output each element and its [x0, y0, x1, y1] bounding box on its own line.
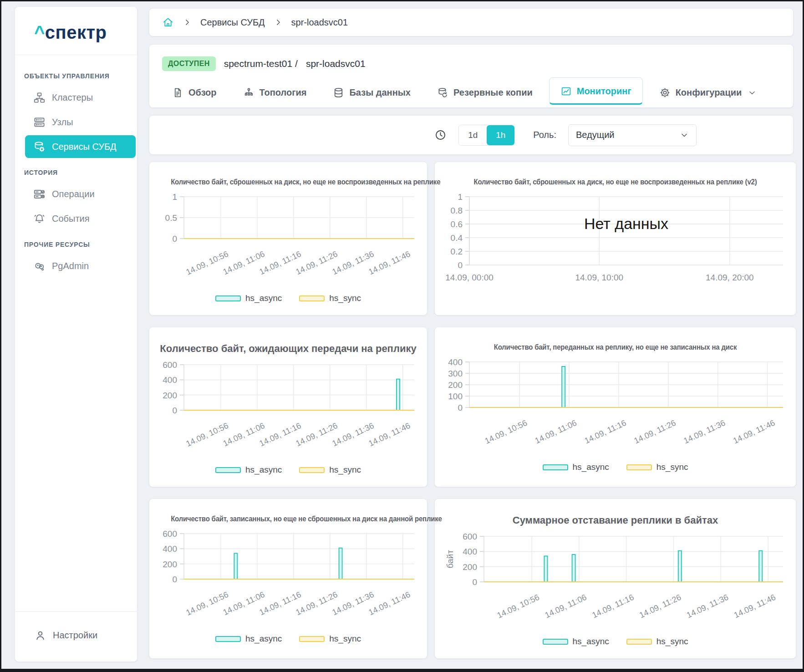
breadcrumb: Сервисы СУБД spr-loadsvc01: [149, 9, 793, 36]
sidebar-item-label: Узлы: [52, 117, 73, 127]
svg-text:0: 0: [458, 403, 463, 412]
svg-text:14.09, 11:26: 14.09, 11:26: [638, 592, 682, 620]
tab-overview[interactable]: Обзор: [162, 81, 227, 105]
legend-label: hs_async: [245, 465, 282, 475]
charts-grid: Количество байт, сброшенных на диск, но …: [149, 162, 793, 658]
svg-text:600: 600: [463, 532, 477, 541]
legend-item-hs_async[interactable]: hs_async: [543, 636, 609, 647]
chart-plot: 00.20.40.60.8114.09, 00:0014.09, 10:0014…: [440, 192, 790, 290]
svg-text:14.09, 00:00: 14.09, 00:00: [445, 273, 494, 282]
chart-title: Количество байт, сброшенных на диск, но …: [171, 178, 406, 187]
legend-item-hs_sync[interactable]: hs_sync: [299, 634, 361, 644]
sidebar-item-label: События: [52, 214, 90, 224]
legend-item-hs_sync[interactable]: hs_sync: [626, 462, 688, 472]
legend-swatch: [626, 464, 652, 470]
chevron-down-icon: [748, 88, 757, 97]
sidebar-item-clusters[interactable]: Кластеры: [15, 86, 135, 109]
sidebar-item-settings[interactable]: Настройки: [34, 629, 135, 641]
chart-legend: hs_asynchs_sync: [155, 465, 422, 475]
svg-text:0.2: 0.2: [451, 247, 463, 256]
chevron-right-icon: [183, 18, 191, 26]
nodes-icon: [33, 116, 46, 128]
chevron-right-icon: [274, 18, 282, 26]
legend-label: hs_sync: [656, 462, 688, 472]
legend-item-hs_sync[interactable]: hs_sync: [626, 636, 688, 647]
chart-card: Количество байт, ожидающих передачи на р…: [149, 327, 427, 487]
tab-databases[interactable]: Базы данных: [323, 81, 421, 105]
svg-text:14.09, 11:46: 14.09, 11:46: [732, 418, 776, 445]
service-header: ДОСТУПЕН spectrum-test01 / spr-loadsvc01…: [149, 45, 793, 107]
range-1h-button[interactable]: 1h: [487, 125, 514, 145]
legend-label: hs_async: [245, 293, 282, 303]
svg-text:400: 400: [448, 357, 463, 367]
chart-legend: hs_asynchs_sync: [155, 634, 422, 644]
svg-text:400: 400: [463, 547, 477, 556]
legend-item-hs_sync[interactable]: hs_sync: [299, 293, 361, 303]
tab-label: Резервные копии: [453, 87, 533, 98]
svg-text:100: 100: [448, 392, 463, 401]
svg-text:0.8: 0.8: [451, 206, 463, 215]
legend-item-hs_async[interactable]: hs_async: [215, 293, 282, 303]
sidebar-item-events[interactable]: События: [15, 207, 135, 230]
chart-title: Количество байт, сброшенных на диск, но …: [461, 178, 769, 187]
tab-monitoring[interactable]: Мониторинг: [549, 77, 643, 105]
sidebar-item-label: Настройки: [53, 630, 97, 641]
svg-text:0: 0: [172, 406, 177, 415]
svg-text:14.09, 11:16: 14.09, 11:16: [583, 418, 628, 445]
legend-swatch: [215, 467, 241, 473]
pgadmin-icon: [33, 260, 46, 272]
role-label: Роль:: [533, 130, 556, 140]
svg-text:200: 200: [163, 391, 177, 400]
breadcrumb-item-services[interactable]: Сервисы СУБД: [200, 17, 265, 28]
tab-label: Обзор: [188, 87, 217, 98]
legend-swatch: [215, 636, 241, 642]
logo-caret: ^: [34, 22, 45, 42]
legend-item-hs_async[interactable]: hs_async: [543, 462, 609, 472]
tab-configurations[interactable]: Конфигурации: [649, 81, 767, 105]
legend-label: hs_sync: [329, 634, 361, 644]
no-data-text: Нет данных: [584, 215, 668, 232]
sidebar-item-db-services[interactable]: Сервисы СУБД: [25, 135, 136, 158]
chart-plot: 020040060014.09, 10:5614.09, 11:0614.09,…: [440, 532, 790, 626]
sidebar-item-label: PgAdmin: [52, 261, 89, 271]
sidebar-item-operations[interactable]: Операции: [15, 183, 135, 205]
nav-section-label: ПРОЧИЕ РЕСУРСЫ: [15, 232, 137, 253]
legend-swatch: [543, 464, 568, 470]
svg-text:0.6: 0.6: [451, 219, 463, 229]
sidebar-item-nodes[interactable]: Узлы: [15, 111, 135, 133]
svg-text:14.09, 10:56: 14.09, 10:56: [483, 418, 529, 445]
chart-plot: 010020030040014.09, 10:5614.09, 11:0614.…: [440, 357, 790, 451]
svg-text:200: 200: [163, 560, 177, 569]
svg-text:14.09, 11:46: 14.09, 11:46: [733, 592, 777, 620]
legend-item-hs_sync[interactable]: hs_sync: [299, 465, 361, 475]
legend-label: hs_sync: [329, 293, 361, 303]
tab-topology[interactable]: Топология: [233, 81, 317, 105]
legend-swatch: [299, 636, 325, 642]
svg-text:400: 400: [163, 375, 177, 385]
svg-text:14.09, 11:46: 14.09, 11:46: [367, 590, 412, 617]
home-icon[interactable]: [162, 16, 174, 28]
chart-title: Количество байт, переданных на реплику, …: [461, 343, 769, 352]
svg-text:14.09, 11:16: 14.09, 11:16: [590, 592, 635, 620]
chart-title: Количество байт, ожидающих передачи на р…: [155, 343, 422, 355]
range-1d-button[interactable]: 1d: [459, 125, 487, 145]
svg-text:14.09, 10:56: 14.09, 10:56: [184, 249, 229, 276]
chart-title: Суммарное отставание реплики в байтах: [440, 514, 790, 526]
legend-item-hs_async[interactable]: hs_async: [215, 465, 282, 475]
svg-text:1: 1: [172, 192, 177, 202]
events-icon: [33, 213, 46, 225]
svg-text:0: 0: [172, 234, 177, 244]
svg-text:14.09, 10:56: 14.09, 10:56: [184, 421, 229, 448]
svg-text:14.09, 20:00: 14.09, 20:00: [706, 273, 754, 282]
clusters-icon: [33, 92, 46, 104]
clock-icon: [434, 129, 447, 141]
legend-label: hs_sync: [329, 465, 361, 475]
svg-text:200: 200: [463, 562, 477, 572]
chart-title: Количество байт, записанных, но еще не с…: [171, 514, 406, 524]
sidebar-item-pgadmin[interactable]: PgAdmin: [15, 255, 135, 277]
tab-backups[interactable]: Резервные копии: [427, 81, 543, 105]
legend-item-hs_async[interactable]: hs_async: [215, 634, 282, 644]
svg-text:14.09, 11:36: 14.09, 11:36: [685, 592, 730, 620]
legend-label: hs_sync: [656, 636, 688, 647]
role-select[interactable]: Ведущий: [568, 124, 697, 146]
